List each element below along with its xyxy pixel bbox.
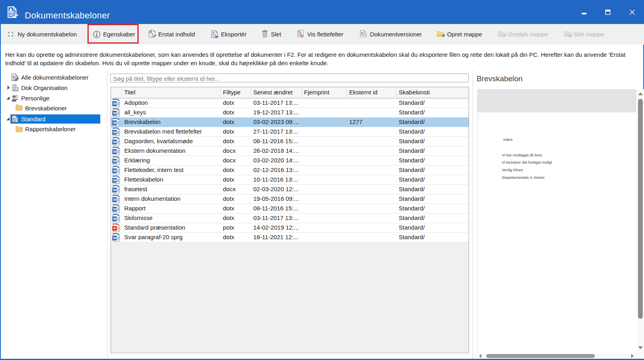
svg-text:$: $: [301, 34, 303, 38]
svg-text:A: A: [213, 31, 215, 35]
svg-text:A: A: [361, 31, 363, 34]
